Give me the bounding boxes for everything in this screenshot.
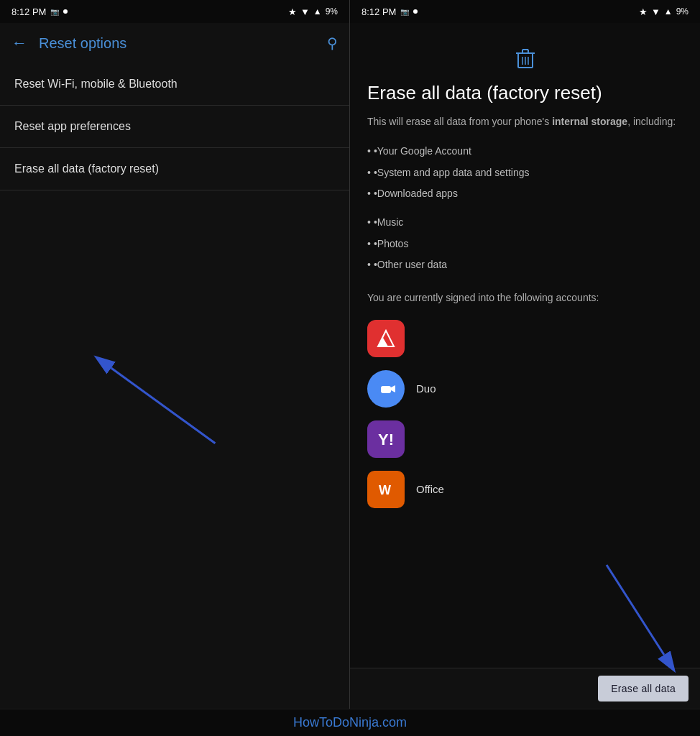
bullet-item-google: •Your Google Account [367, 141, 683, 162]
bullet-item-system: •System and app data and settings [367, 162, 683, 184]
account-duo: Duo [367, 370, 683, 408]
watermark-text: HowToDoNinja.com [293, 715, 407, 730]
right-signal-icon: ▲ [664, 6, 673, 17]
desc-suffix: , including: [627, 116, 676, 127]
adobe-icon [367, 320, 405, 357]
erase-description: This will erase all data from your phone… [367, 114, 683, 129]
camera-icon: 📷 [50, 8, 59, 16]
menu-list: Reset Wi-Fi, mobile & Bluetooth Reset ap… [0, 63, 349, 709]
bullet-item-photos: •Photos [367, 234, 683, 255]
bullet-item-music: •Music [367, 212, 683, 234]
search-button[interactable]: ⚲ [327, 34, 338, 52]
account-yahoo: Y! [367, 420, 683, 458]
yahoo-app-icon: Y! [367, 420, 405, 458]
signal-icon: ▲ [313, 6, 322, 17]
status-dot [63, 9, 68, 14]
right-battery-text: 9% [676, 6, 689, 17]
right-status-icons: ★ ▼ ▲ 9% [639, 6, 689, 17]
desc-prefix: This will erase all data from your phone… [367, 116, 552, 127]
account-office: W Office [367, 471, 683, 508]
svg-line-1 [111, 368, 216, 443]
left-status-bar: 8:12 PM 📷 ★ ▼ ▲ 9% [0, 0, 349, 23]
right-status-dot [413, 9, 418, 14]
bullet-list: •Your Google Account •System and app dat… [367, 141, 683, 276]
menu-item-wifi-reset[interactable]: Reset Wi-Fi, mobile & Bluetooth [0, 63, 349, 106]
right-wifi-icon: ▼ [651, 6, 660, 17]
erase-content: Erase all data (factory reset) This will… [350, 23, 700, 668]
office-app-icon: W [367, 471, 405, 508]
menu-item-factory-reset[interactable]: Erase all data (factory reset) [0, 148, 349, 190]
bluetooth-icon: ★ [288, 6, 297, 17]
svg-text:W: W [379, 483, 391, 497]
trash-icon-container [367, 45, 683, 70]
bullet-item-apps: •Downloaded apps [367, 183, 683, 205]
svg-text:Y!: Y! [378, 431, 394, 448]
left-status-time: 8:12 PM 📷 [11, 6, 68, 17]
watermark: HowToDoNinja.com [0, 709, 700, 736]
right-status-time: 8:12 PM 📷 [361, 6, 418, 17]
accounts-text: You are currently signed into the follow… [367, 290, 683, 305]
right-bluetooth-icon: ★ [639, 6, 648, 17]
battery-text: 9% [326, 6, 338, 17]
wifi-icon: ▼ [300, 6, 310, 17]
right-panel-body: Erase all data (factory reset) This will… [350, 23, 700, 709]
erase-title: Erase all data (factory reset) [367, 82, 683, 104]
duo-label: Duo [416, 382, 436, 395]
duo-app-icon [367, 370, 405, 408]
back-button[interactable]: ← [11, 34, 27, 52]
left-status-icons: ★ ▼ ▲ 9% [288, 6, 338, 17]
bottom-bar: Erase all data [350, 668, 700, 709]
trash-icon [512, 45, 538, 70]
menu-item-app-prefs[interactable]: Reset app preferences [0, 106, 349, 148]
office-label: Office [416, 483, 444, 495]
right-camera-icon: 📷 [400, 8, 409, 16]
left-panel: 8:12 PM 📷 ★ ▼ ▲ 9% ← Reset options ⚲ Res… [0, 0, 350, 709]
erase-all-button[interactable]: Erase all data [598, 676, 689, 702]
page-title: Reset options [39, 35, 316, 52]
desc-bold: internal storage [552, 116, 627, 127]
right-status-bar: 8:12 PM 📷 ★ ▼ ▲ 9% [350, 0, 700, 23]
svg-rect-13 [381, 386, 391, 393]
left-app-bar: ← Reset options ⚲ [0, 23, 349, 63]
right-panel: 8:12 PM 📷 ★ ▼ ▲ 9% [350, 0, 700, 709]
account-adobe [367, 320, 683, 357]
bullet-item-userdata: •Other user data [367, 254, 683, 276]
